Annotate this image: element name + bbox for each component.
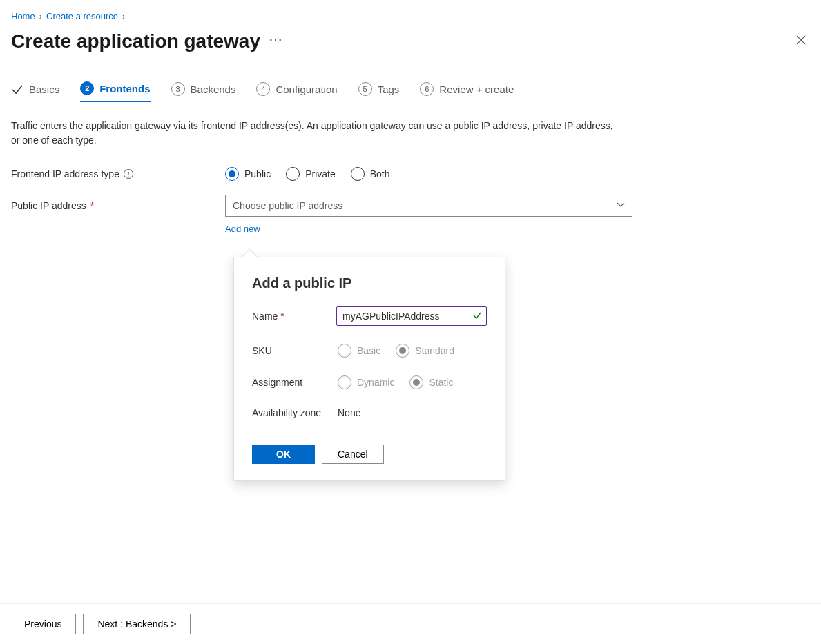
frontend-ip-type-radio-group: Public Private Both: [225, 167, 632, 181]
radio-icon: [409, 375, 423, 389]
required-indicator: *: [90, 200, 94, 211]
tab-label: Review + create: [439, 84, 514, 95]
breadcrumb: Home › Create a resource ›: [11, 11, 810, 21]
checkmark-icon: [472, 311, 482, 322]
required-indicator: *: [280, 311, 284, 322]
ok-button[interactable]: OK: [252, 445, 315, 464]
tab-number: 6: [420, 82, 434, 96]
cancel-button[interactable]: Cancel: [322, 445, 384, 464]
popup-title: Add a public IP: [252, 275, 487, 291]
frontend-ip-type-label: Frontend IP address type: [11, 168, 119, 179]
tab-number: 3: [171, 82, 185, 96]
tab-tags[interactable]: 5 Tags: [358, 82, 400, 101]
radio-public[interactable]: Public: [225, 167, 271, 181]
radio-label: Private: [305, 168, 336, 179]
radio-icon: [338, 344, 351, 358]
breadcrumb-home[interactable]: Home: [11, 11, 35, 21]
wizard-tabs: Basics 2 Frontends 3 Backends 4 Configur…: [11, 81, 810, 102]
radio-label: Standard: [415, 345, 454, 356]
public-ip-dropdown[interactable]: Choose public IP address: [225, 195, 632, 217]
previous-button[interactable]: Previous: [10, 614, 76, 634]
next-button[interactable]: Next : Backends >: [83, 614, 191, 634]
input-value: myAGPublicIPAddress: [342, 311, 440, 322]
tab-backends[interactable]: 3 Backends: [171, 82, 236, 101]
radio-label: Dynamic: [357, 377, 394, 388]
popup-az-value: None: [338, 407, 360, 418]
popup-az-label: Availability zone: [252, 407, 321, 418]
radio-label: Public: [244, 168, 271, 179]
tab-number: 4: [256, 82, 270, 96]
info-icon[interactable]: i: [124, 169, 133, 179]
dropdown-placeholder: Choose public IP address: [233, 200, 342, 211]
radio-assignment-dynamic: Dynamic: [338, 375, 394, 389]
radio-icon: [338, 375, 351, 389]
add-public-ip-popup: Add a public IP Name * myAGPublicIPAddre…: [233, 257, 505, 481]
wizard-footer: Previous Next : Backends >: [0, 603, 821, 644]
radio-label: Basic: [357, 345, 380, 356]
radio-icon: [286, 167, 300, 181]
popup-name-label: Name: [252, 311, 278, 322]
check-icon: [11, 82, 23, 95]
chevron-down-icon: [617, 200, 625, 211]
popup-sku-label: SKU: [252, 345, 272, 356]
radio-sku-standard: Standard: [396, 344, 454, 358]
radio-private[interactable]: Private: [286, 167, 336, 181]
public-ip-name-input[interactable]: myAGPublicIPAddress: [336, 306, 487, 326]
radio-icon: [351, 167, 365, 181]
radio-label: Both: [370, 168, 390, 179]
tab-label: Basics: [29, 84, 59, 95]
tab-label: Configuration: [276, 84, 337, 95]
public-ip-label: Public IP address: [11, 200, 86, 211]
radio-both[interactable]: Both: [351, 167, 390, 181]
more-icon[interactable]: ⋯: [269, 32, 283, 50]
add-new-link[interactable]: Add new: [225, 224, 260, 234]
tab-label: Frontends: [99, 83, 150, 95]
tab-configuration[interactable]: 4 Configuration: [256, 82, 337, 101]
tab-number: 2: [80, 81, 94, 95]
breadcrumb-create-resource[interactable]: Create a resource: [46, 11, 118, 21]
radio-sku-basic: Basic: [338, 344, 380, 358]
radio-assignment-static: Static: [409, 375, 453, 389]
chevron-right-icon: ›: [39, 11, 42, 21]
tab-basics[interactable]: Basics: [11, 82, 59, 101]
popup-assignment-label: Assignment: [252, 377, 302, 388]
close-icon[interactable]: [792, 30, 810, 52]
chevron-right-icon: ›: [122, 11, 125, 21]
tab-label: Tags: [378, 84, 400, 95]
radio-label: Static: [429, 377, 453, 388]
tab-label: Backends: [191, 84, 236, 95]
page-title: Create application gateway: [11, 30, 260, 52]
tab-number: 5: [358, 82, 372, 96]
radio-icon: [396, 344, 409, 358]
radio-icon: [225, 167, 239, 181]
tab-frontends[interactable]: 2 Frontends: [80, 81, 150, 102]
tab-review-create[interactable]: 6 Review + create: [420, 82, 514, 101]
tab-description: Traffic enters the application gateway v…: [11, 119, 619, 148]
